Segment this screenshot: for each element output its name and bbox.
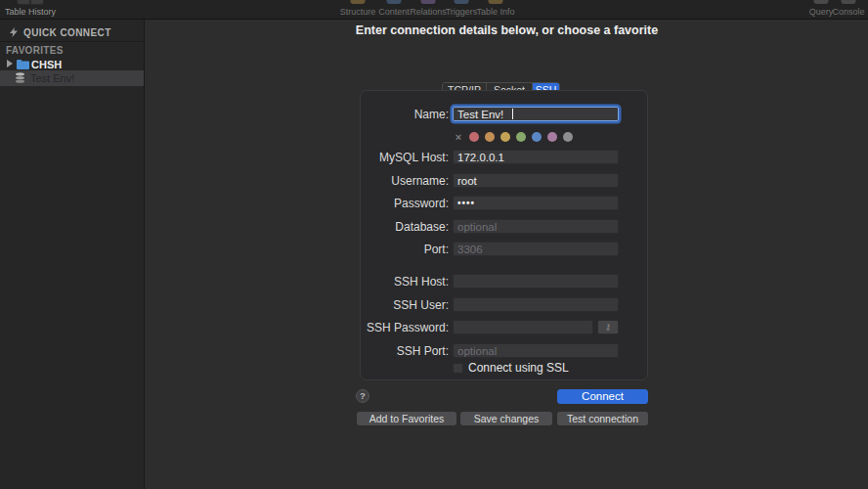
database-label: Database: [361, 220, 449, 234]
sidebar-divider [0, 41, 144, 42]
save-changes-button[interactable]: Save changes [460, 412, 552, 425]
toolbar-console[interactable]: Console [829, 0, 868, 20]
connect-using-ssl-checkbox[interactable] [453, 363, 463, 374]
query-icon [814, 0, 829, 4]
quick-connect-item[interactable]: QUICK CONNECT [0, 25, 144, 40]
add-to-favorites-button[interactable]: Add to Favorites [357, 412, 456, 425]
text-caret [512, 109, 513, 119]
color-swatch-gray[interactable] [563, 132, 573, 142]
username-input[interactable] [453, 173, 619, 188]
console-icon [842, 0, 856, 4]
connect-button[interactable]: Connect [557, 389, 648, 404]
ssh-host-label: SSH Host: [361, 275, 449, 289]
color-swatch-blue[interactable] [532, 132, 542, 142]
page-title: Enter connection details below, or choos… [146, 23, 868, 37]
mysql-host-input[interactable] [453, 150, 619, 164]
ssh-port-label: SSH Port: [361, 344, 449, 358]
color-swatch-green[interactable] [516, 132, 526, 142]
ssh-port-input[interactable] [453, 343, 619, 358]
favorites-sidebar: QUICK CONNECT FAVORITES CHSH Test Env! [0, 20, 145, 489]
ssh-key-button[interactable]: ⚷ [597, 320, 619, 334]
ssl-row: Connect using SSL [453, 361, 569, 375]
ssh-host-row: SSH Host: [361, 274, 647, 289]
password-row: Password: [361, 196, 647, 211]
color-swatch-red[interactable] [469, 132, 479, 142]
name-input[interactable] [453, 107, 619, 121]
favorites-folder-chsh[interactable]: CHSH [0, 58, 144, 71]
lightning-bolt-icon [9, 27, 19, 37]
triggers-icon [455, 0, 469, 4]
favorite-item-selected[interactable]: Test Env! [0, 70, 144, 86]
ssh-user-label: SSH User: [361, 298, 449, 312]
content-icon [387, 0, 402, 4]
ssl-checkbox-label: Connect using SSL [468, 361, 569, 375]
ssh-password-row: SSH Password: ⚷ [361, 320, 647, 335]
table-info-icon [489, 0, 503, 4]
test-connection-button[interactable]: Test connection [557, 412, 648, 425]
favorites-header: FAVORITES [6, 45, 64, 56]
help-button[interactable]: ? [356, 389, 369, 403]
password-label: Password: [361, 197, 449, 210]
name-row: Name: [361, 107, 647, 122]
top-toolbar: Table History Structure Content Relation… [0, 0, 868, 20]
database-row: Database: [361, 219, 647, 235]
table-history-label: Table History [5, 7, 56, 17]
history-back-button[interactable] [17, 0, 30, 5]
ssh-user-row: SSH User: [361, 297, 647, 313]
mysql-host-label: MySQL Host: [361, 151, 449, 164]
favorite-color-picker: × [453, 131, 579, 143]
database-input[interactable] [453, 219, 619, 234]
mysql-host-row: MySQL Host: [361, 150, 647, 165]
relations-icon [421, 0, 436, 4]
clear-color-icon[interactable]: × [453, 132, 464, 142]
toolbar-table-info[interactable]: Table Info [473, 0, 518, 20]
port-input[interactable] [453, 242, 619, 256]
username-label: Username: [361, 174, 449, 188]
port-row: Port: [361, 242, 647, 257]
ssh-host-input[interactable] [453, 274, 619, 289]
history-forward-button[interactable] [30, 0, 44, 5]
password-input[interactable] [453, 196, 619, 210]
app-window: Table History Structure Content Relation… [0, 0, 868, 489]
color-swatch-orange[interactable] [485, 132, 495, 142]
ssh-port-row: SSH Port: [361, 343, 647, 359]
connection-form-panel: Name: × MySQL Host: Username: Password: [360, 90, 648, 380]
key-icon: ⚷ [605, 322, 612, 332]
color-swatch-yellow[interactable] [500, 132, 510, 142]
database-icon [15, 72, 25, 84]
username-row: Username: [361, 173, 647, 189]
ssh-password-input[interactable] [453, 320, 593, 334]
ssh-password-label: SSH Password: [361, 321, 449, 334]
color-swatch-purple[interactable] [547, 132, 557, 142]
structure-icon [351, 0, 366, 4]
ssh-user-input[interactable] [453, 297, 619, 312]
disclosure-triangle-icon[interactable] [7, 60, 13, 67]
history-back-forward[interactable] [17, 0, 44, 5]
port-label: Port: [361, 243, 449, 256]
folder-icon [17, 59, 29, 69]
name-label: Name: [361, 108, 449, 121]
